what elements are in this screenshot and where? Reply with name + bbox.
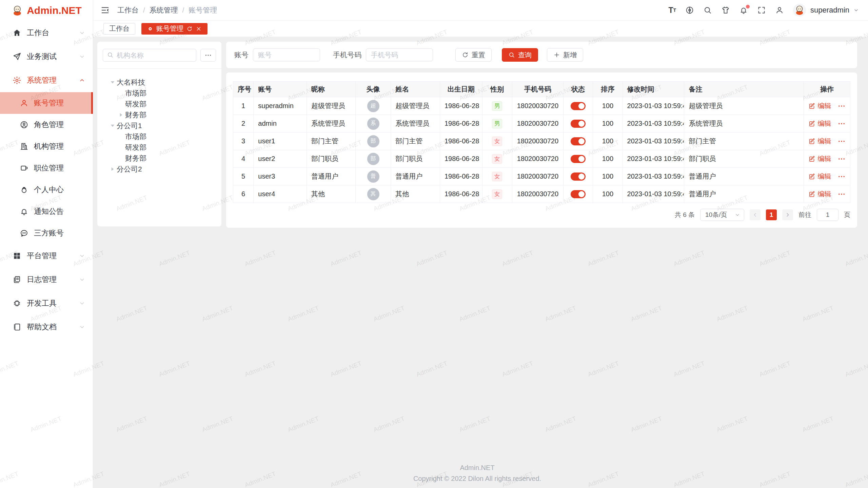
org-more-button[interactable] [200,49,216,62]
add-button[interactable]: 新增 [547,48,583,62]
row-more-button[interactable] [837,120,846,128]
cell-avatar: 部 [355,150,391,168]
goto-page-input[interactable] [817,209,839,221]
tree-node[interactable]: 研发部 [97,99,221,109]
query-button[interactable]: 查询 [502,48,538,62]
caret-down-icon[interactable] [109,122,116,129]
edit-button[interactable]: 编辑 [809,101,831,110]
book-icon [13,323,21,331]
tree-node[interactable]: 财务部 [97,109,221,120]
tab[interactable]: 工作台 [103,23,135,35]
search-icon[interactable] [703,6,712,15]
caret-right-icon[interactable] [117,111,125,119]
tab-active[interactable]: 账号管理 [141,23,208,35]
cell-name: 系统管理员 [391,115,440,133]
chevron-down-icon[interactable] [853,7,859,13]
gender-tag: 男 [492,119,502,128]
menu-collapse-icon[interactable] [100,5,110,15]
cell-name: 部门主管 [391,133,440,150]
sidebar-item-label: 工作台 [27,28,79,38]
cell-no: 6 [233,185,254,203]
sidebar-subitem[interactable]: 个人中心 [0,179,93,201]
sidebar-item[interactable]: 帮助文档 [0,315,93,339]
edit-button[interactable]: 编辑 [809,189,831,199]
tree-node-label: 大名科技 [117,78,145,87]
reset-button[interactable]: 重置 [455,48,492,62]
sidebar-subitem[interactable]: 职位管理 [0,157,93,179]
prev-page-button[interactable] [750,209,761,220]
bell-icon[interactable] [739,6,748,15]
tree-node-label: 财务部 [125,154,146,163]
page-size-select[interactable]: 10条/页 [700,209,744,221]
edit-button[interactable]: 编辑 [809,154,831,163]
sidebar-item[interactable]: 日志管理 [0,268,93,291]
theme-icon[interactable] [721,6,730,15]
sidebar-item[interactable]: 系统管理 [0,68,93,92]
status-toggle[interactable] [571,120,586,128]
breadcrumb-item[interactable]: 系统管理 [150,5,178,15]
caret-down-icon[interactable] [109,79,116,86]
cell-phone: 18020030720 [512,115,564,133]
breadcrumb-item[interactable]: 工作台 [117,5,139,15]
org-search-input[interactable] [103,49,196,62]
column-header: 姓名 [391,82,440,97]
cell-gender: 男 [482,97,512,115]
fullscreen-icon[interactable] [757,6,766,15]
phone-input[interactable] [366,48,433,61]
close-icon[interactable] [196,26,202,32]
sidebar-subitem[interactable]: 通知公告 [0,201,93,222]
status-toggle[interactable] [571,155,586,163]
sidebar-subitem[interactable]: 账号管理 [0,92,93,114]
language-icon[interactable] [685,6,694,15]
sidebar-subitem-label: 角色管理 [34,120,85,130]
sidebar-item[interactable]: 业务测试 [0,45,93,68]
username[interactable]: superadmin [810,6,849,15]
tree-node[interactable]: 财务部 [97,153,221,164]
edit-button[interactable]: 编辑 [809,119,831,128]
sidebar-subitem[interactable]: 机构管理 [0,136,93,157]
cell-ops: 编辑 [804,168,850,185]
add-button-label: 新增 [563,50,577,60]
edit-icon [809,138,815,145]
cell-no: 2 [233,115,254,133]
edit-button[interactable]: 编辑 [809,137,831,146]
logo: Admin.NET [0,0,93,21]
sidebar-subitem-label: 三方账号 [34,228,85,238]
chevron-up-icon [79,77,85,84]
status-toggle[interactable] [571,190,586,198]
next-page-button[interactable] [782,209,793,220]
tree-node[interactable]: 分公司1 [97,120,221,131]
row-more-button[interactable] [837,137,846,145]
page-number-current[interactable]: 1 [766,209,777,220]
sidebar-item[interactable]: 平台管理 [0,244,93,268]
cell-remark: 系统管理员 [684,115,804,133]
sidebar-subitem[interactable]: 三方账号 [0,222,93,244]
row-more-button[interactable] [837,155,846,163]
tree-node[interactable]: 分公司2 [97,164,221,175]
font-size-icon[interactable]: TT [668,6,676,15]
cell-gender: 女 [482,168,512,185]
tree-node[interactable]: 大名科技 [97,77,221,88]
account-input[interactable] [253,48,320,61]
status-toggle[interactable] [571,137,586,145]
sidebar-subitem[interactable]: 角色管理 [0,114,93,136]
refresh-icon[interactable] [186,26,193,32]
tree-node-label: 市场部 [125,132,146,141]
cell-account: user1 [254,133,307,150]
row-more-button[interactable] [837,190,846,198]
caret-right-icon[interactable] [109,165,116,173]
status-toggle[interactable] [571,102,586,110]
sidebar-item[interactable]: 工作台 [0,21,93,45]
cell-account: user2 [254,150,307,168]
tree-node[interactable]: 市场部 [97,131,221,142]
row-more-button[interactable] [837,102,846,110]
tree-node[interactable]: 研发部 [97,142,221,153]
sidebar-item[interactable]: 开发工具 [0,291,93,315]
column-header: 性别 [482,82,512,97]
edit-button[interactable]: 编辑 [809,172,831,181]
row-more-button[interactable] [837,172,846,181]
user-icon[interactable] [775,6,784,15]
status-toggle[interactable] [571,172,586,181]
tree-node[interactable]: 市场部 [97,88,221,99]
user-avatar[interactable] [793,4,806,17]
